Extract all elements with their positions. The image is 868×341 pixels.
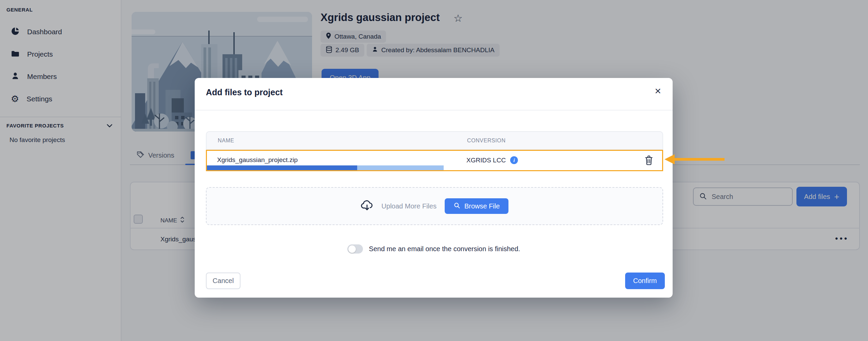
email-toggle-switch[interactable] xyxy=(347,244,363,254)
info-icon[interactable]: i xyxy=(510,156,518,164)
conversion-column-header: CONVERSION xyxy=(467,138,506,144)
close-icon[interactable]: × xyxy=(655,85,661,96)
upload-files-table: NAME CONVERSION Xgrids_gaussian_project.… xyxy=(206,131,663,171)
annotation-arrow-line xyxy=(674,158,725,161)
modal-header-divider xyxy=(195,110,673,111)
upload-table-header: NAME CONVERSION xyxy=(206,131,663,150)
trash-icon xyxy=(644,155,653,165)
progress-light-segment xyxy=(357,165,444,170)
confirm-button[interactable]: Confirm xyxy=(625,273,665,289)
search-icon xyxy=(454,202,460,210)
cloud-download-icon xyxy=(361,199,373,213)
file-conversion: XGRIDS LCC i xyxy=(466,156,518,164)
name-column-header: NAME xyxy=(218,138,234,144)
upload-hint-text: Upload More Files xyxy=(382,202,437,210)
modal-title: Add files to project xyxy=(206,87,283,97)
annotation-arrow-head xyxy=(664,154,675,164)
upload-dropzone[interactable]: Upload More Files Browse File xyxy=(206,187,663,225)
email-toggle-label: Send me an email once the conversion is … xyxy=(369,245,520,253)
file-name: Xgrids_gaussian_project.zip xyxy=(217,156,298,164)
upload-progress-bar xyxy=(207,165,662,170)
uploading-file-row: Xgrids_gaussian_project.zip XGRIDS LCC i xyxy=(206,150,663,171)
email-toggle-row: Send me an email once the conversion is … xyxy=(195,244,673,254)
conversion-value: XGRIDS LCC xyxy=(466,157,506,164)
toggle-knob xyxy=(348,245,356,253)
app-root: GENERAL Dashboard Projects Members ⚙ Set… xyxy=(0,0,868,341)
browse-file-button[interactable]: Browse File xyxy=(445,198,508,214)
cancel-button[interactable]: Cancel xyxy=(206,273,240,289)
add-files-modal: Add files to project × NAME CONVERSION X… xyxy=(195,78,673,298)
delete-file-button[interactable] xyxy=(644,155,653,166)
browse-file-label: Browse File xyxy=(464,202,500,210)
progress-solid-segment xyxy=(207,165,357,170)
